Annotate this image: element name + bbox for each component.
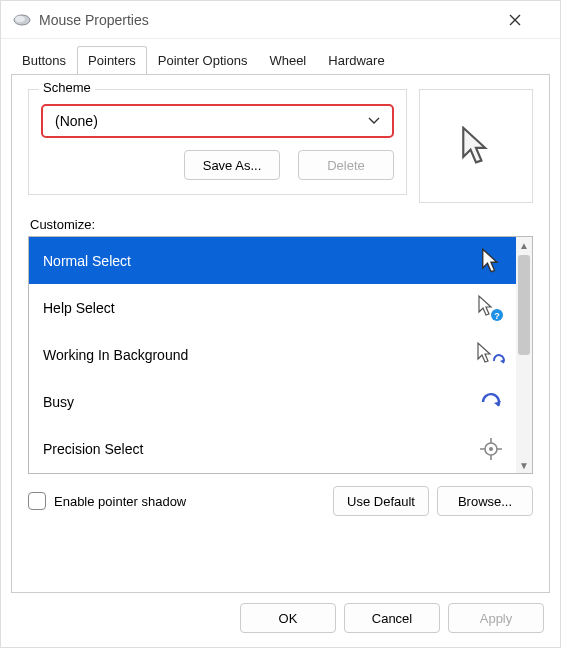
tab-hardware[interactable]: Hardware [317,46,395,75]
pointer-preview [419,89,533,203]
tab-panel-pointers: Scheme (None) Save As... Delete Customi [11,74,550,593]
list-item-help-select[interactable]: Help Select ? [29,284,516,331]
cursor-spinner-icon [476,387,506,417]
tab-strip: Buttons Pointers Pointer Options Wheel H… [1,39,560,74]
tab-buttons[interactable]: Buttons [11,46,77,75]
list-item-label: Normal Select [43,253,131,269]
svg-point-1 [15,15,25,21]
tab-wheel[interactable]: Wheel [258,46,317,75]
mouse-properties-dialog: Mouse Properties Buttons Pointers Pointe… [0,0,561,648]
tab-pointer-options[interactable]: Pointer Options [147,46,259,75]
scroll-down-icon[interactable]: ▼ [516,457,532,473]
apply-button[interactable]: Apply [448,603,544,633]
list-item-label: Help Select [43,300,115,316]
ok-button[interactable]: OK [240,603,336,633]
delete-button[interactable]: Delete [298,150,394,180]
list-item-normal-select[interactable]: Normal Select [29,237,516,284]
list-item-label: Busy [43,394,74,410]
enable-pointer-shadow-checkbox[interactable]: Enable pointer shadow [28,492,186,510]
checkbox-box [28,492,46,510]
cursor-arrow-help-icon: ? [476,293,506,323]
list-scrollbar[interactable]: ▲ ▼ [516,237,532,473]
titlebar: Mouse Properties [1,1,560,39]
save-as-button[interactable]: Save As... [184,150,280,180]
checkbox-label: Enable pointer shadow [54,494,186,509]
cancel-button[interactable]: Cancel [344,603,440,633]
scroll-up-icon[interactable]: ▲ [516,237,532,253]
use-default-button[interactable]: Use Default [333,486,429,516]
close-button[interactable] [508,13,548,27]
list-item-label: Precision Select [43,441,143,457]
scheme-fieldset: Scheme (None) Save As... Delete [28,89,407,195]
cursor-arrow-icon [460,126,492,166]
cursor-arrow-spinner-icon [476,340,506,370]
window-title: Mouse Properties [39,12,508,28]
chevron-down-icon [368,117,380,125]
list-item-busy[interactable]: Busy [29,379,516,426]
list-item-precision-select[interactable]: Precision Select [29,426,516,473]
list-item-label: Working In Background [43,347,188,363]
scheme-dropdown[interactable]: (None) [41,104,394,138]
tab-pointers[interactable]: Pointers [77,46,147,75]
cursor-arrow-icon [476,246,506,276]
mouse-icon [13,13,31,27]
scheme-legend: Scheme [39,80,95,95]
browse-button[interactable]: Browse... [437,486,533,516]
svg-point-5 [489,447,493,451]
list-item-working-background[interactable]: Working In Background [29,331,516,378]
scheme-selected-value: (None) [55,113,98,129]
dialog-button-bar: OK Cancel Apply [1,593,560,647]
cursor-crosshair-icon [476,434,506,464]
pointer-list: Normal Select Help Select ? [28,236,533,474]
customize-label: Customize: [30,217,533,232]
scrollbar-thumb[interactable] [518,255,530,355]
svg-text:?: ? [494,310,500,320]
